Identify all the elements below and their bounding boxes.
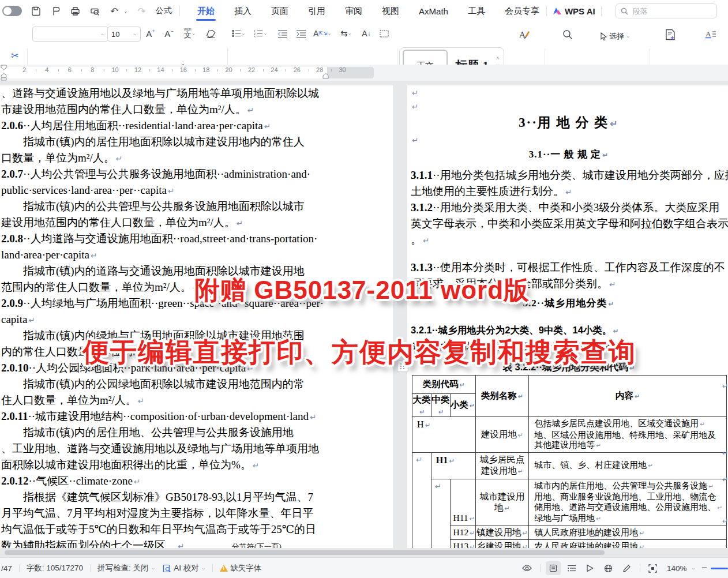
table-cell[interactable]: 城市、镇、乡、村庄建设用地↵ [529,452,727,479]
table-row[interactable]: ↵H11↵城市建设用地↵城市内的居住用地、公共管理与公共服务设施↵用地、商业服务… [412,479,727,526]
doc-line[interactable]: 指城市(镇)内的公共管理与公共服务设施用地面积除以城市 [1,198,347,215]
ruler[interactable]: 24681012141618202224262830 [0,65,728,81]
missing-font-warning[interactable]: 缺失字体 [220,563,261,573]
doc-line[interactable]: 土地使用的主要性质进行划分。↵ [411,183,727,200]
tab-开始[interactable]: 开始 [196,1,216,21]
table-cell[interactable]: 镇建设用地↵ [475,526,529,540]
classification-table[interactable]: 类别代码↵类别名称↵内容↵大类↵中类↵小类↵H↵建设用地↵包括城乡居民点建设用地… [412,375,727,557]
table-cell[interactable]: ↵ [412,452,431,557]
doc-line[interactable]: 均气温低于或等于5℃的日数和年日平均气温高于或等于25℃的日 [1,521,347,538]
doc-line[interactable]: 建设用地范围内的常住人口数量，单位为m²/人。↵ [1,215,347,231]
print-icon[interactable] [69,5,81,17]
doc-line[interactable]: 月平均气温、7月平均相对湿度为主要指标，以年降水量、年日平 [1,505,347,521]
horizontal-scrollbar-thumb[interactable] [5,550,605,555]
tab-工具[interactable]: 工具 [467,1,486,21]
page-indicator[interactable]: /47 [1,564,12,573]
empty-paragraph[interactable]: ↵ [411,85,727,99]
page-left[interactable]: 、道路与交通设施用地以及绿地与广场用地等单项用地面积除以城市建设用地范围内的常住… [0,85,393,557]
doc-line[interactable]: 3.1.1··用地分类包括城乡用地分类、城市建设用地分类两部分，应按 [411,167,727,183]
table-cell[interactable]: 城市内的居住用地、公共管理与公共服务设施↵用地、商业服务业设施用地、工业用地、物… [529,479,727,526]
print-preview-icon[interactable] [89,5,100,17]
tab-会员专享[interactable]: 会员专享 [504,1,541,21]
decrease-font-icon[interactable]: A− [162,27,177,40]
empty-paragraph[interactable]: ↵ [411,133,727,147]
table-cell[interactable]: 建设用地↵ [475,417,529,453]
eye-protect-icon[interactable] [520,561,535,575]
ink-pen-icon[interactable] [620,561,635,575]
tab-AxMath[interactable]: AxMath [418,2,449,21]
empty-paragraph[interactable]: ↵ [411,99,727,113]
doc-line[interactable]: 指城市(镇)内的居住用地面积除以城市建设用地内的常住人 [1,134,347,150]
table-cell[interactable]: 包括城乡居民点建设用地、区域交通设施用↵地、区域公用设施用地、特殊用地、采矿用地… [529,417,727,453]
search-input[interactable] [632,6,697,16]
doc-line[interactable]: 3.1.2··用地分类采用大类、中类和小类3级分类体系。大类应采用 [411,200,727,216]
table-cell[interactable]: H12↵ [450,526,475,540]
outline-view-icon[interactable] [564,561,579,575]
table-cell[interactable]: ↵ [431,479,450,557]
doc-line[interactable]: 指根据《建筑气候区划标准》GB50178-93,以1月平均气温、7 [1,489,347,505]
tab-视图[interactable]: 视图 [381,1,400,21]
spell-check[interactable]: 拼写检查: 关闭⌄ [97,563,155,573]
doc-line[interactable]: 、道路与交通设施用地以及绿地与广场用地等单项用地面积除以城 [1,85,347,102]
font-size-combo[interactable]: 10⌄ [107,27,141,42]
show-marks-button[interactable] [377,27,391,40]
doc-line[interactable]: 2.0.7··人均公共管理与公共服务设施用地面积··administration… [1,166,347,182]
redo-icon[interactable]: ↷ [136,5,148,17]
table-row[interactable]: H12↵镇建设用地↵镇人民政府驻地的建设用地↵ [412,526,727,540]
tab-页面[interactable]: 页面 [270,1,290,21]
font-name-combo[interactable]: ⌄ [32,27,108,42]
zoom-slider[interactable] [711,568,728,569]
quick-access-toggle[interactable] [2,6,22,16]
doc-line[interactable]: 2.0.11··城市建设用地结构··composition·of·urban·d… [1,408,347,425]
doc-line[interactable]: capita↵ [1,311,347,328]
fullscreen-icon[interactable] [646,561,661,575]
table-cell[interactable]: 镇人民政府驻地的建设用地↵ [529,526,727,540]
table-cell[interactable]: H↵ [412,417,476,453]
doc-line[interactable]: 指城市(镇)内的公园绿地面积除以城市建设用地范围内的常 [1,376,347,392]
doc-line[interactable]: 住人口数量，单位为m²/人。↵ [1,392,347,408]
undo-dropdown-icon[interactable]: ⌄ [123,8,128,14]
pinyin-guide-icon[interactable]: wén文⌄ [181,27,198,40]
web-view-icon[interactable] [601,561,616,575]
doc-line[interactable]: public·services·land·area··per··capita↵ [1,182,347,198]
decrease-indent-icon[interactable] [276,27,290,40]
convert-button[interactable]: ⇆⌄ [337,27,355,40]
indent-marker-right[interactable] [322,73,329,80]
increase-font-icon[interactable]: A+ [143,27,158,40]
doc-line[interactable]: 2.0.12··气候区··climate·zone↵ [1,473,347,489]
tab-引用[interactable]: 引用 [307,1,327,21]
table-row[interactable]: H↵建设用地↵包括城乡居民点建设用地、区域交通设施用↵地、区域公用设施用地、特殊… [412,417,727,453]
doc-line[interactable]: 面积除以城市建设用地面积得出的比重，单位为%。↵ [1,457,347,473]
formula-menu[interactable]: 公式⌄ [156,6,174,16]
bullet-list-button[interactable]: ⌄ [231,27,247,40]
table-cell[interactable]: H1↵ [431,452,475,479]
table-cell[interactable]: 城市建设用地↵ [475,479,529,526]
doc-line[interactable]: land·area·per·capita↵ [1,247,347,263]
indent-markers-left[interactable] [1,65,7,81]
clear-format-icon[interactable] [203,27,218,40]
doc-line[interactable]: 指城市(镇)内的居住用地、公共管理与公共服务设施用地 [1,425,347,441]
zoom-level[interactable]: 140%⌄ [667,564,696,573]
zoom-out-icon[interactable]: − [701,562,707,574]
page-view-icon[interactable] [546,561,561,575]
search-box[interactable] [616,3,717,18]
save-icon[interactable] [30,5,42,17]
doc-line[interactable]: 英文字母表示，中类和小类应采用英文字母和阿拉伯数字组合表示 [411,216,727,232]
table-cell[interactable]: 城乡居民点建设用地↵ [475,452,529,479]
change-case-button[interactable]: A⇱⇲⌄ [313,27,332,40]
word-count[interactable]: 字数: 105/17270 [27,563,83,573]
doc-line[interactable]: 市建设用地范围内的常住人口数量，单位为m²/人。↵ [1,102,347,118]
doc-line[interactable]: 2.0.6··人均居住用地面积··residential·land·area·p… [1,118,347,134]
numbered-list-button[interactable]: 123⌄ [253,27,269,40]
style-scroll-up-icon[interactable]: ˄ [496,55,499,61]
doc-line[interactable]: 3.1··一 般 规 定↵ [411,147,727,163]
tab-审阅[interactable]: 审阅 [344,1,363,21]
select-button[interactable]: 选择⌄ [600,31,631,42]
cut-icon[interactable]: ✂ [8,48,22,62]
wps-ai-button[interactable]: WPS AI [553,6,595,16]
sort-button[interactable]: A↓ [359,27,374,40]
doc-line[interactable]: 。↵ [411,232,727,252]
undo-icon[interactable]: ↶ [108,5,120,17]
table-cell[interactable]: H11↵ [450,479,475,526]
doc-line[interactable]: 、工业用地、道路与交通设施用地以及绿地与广场用地等单项用地 [1,441,347,457]
